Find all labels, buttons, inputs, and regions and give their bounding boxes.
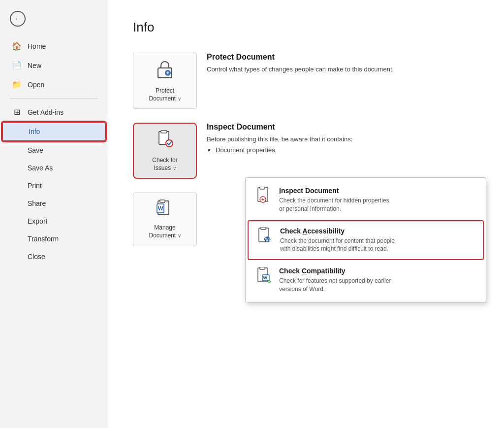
inspect-document-list: Document properties — [216, 146, 479, 154]
protect-document-label: ProtectDocument ∨ — [149, 87, 181, 102]
svg-rect-8 — [160, 200, 165, 202]
sidebar-item-save-label: Save — [28, 146, 43, 154]
svg-text:W: W — [263, 275, 268, 280]
back-arrow-icon: ← — [10, 11, 26, 27]
sidebar-item-open[interactable]: 📁 Open — [2, 75, 106, 94]
dropdown-item-accessibility[interactable]: Check Accessibility Check the document f… — [248, 220, 484, 261]
check-issues-label: Check forIssues ∨ — [152, 157, 177, 172]
sidebar-item-info-label: Info — [29, 128, 40, 135]
inspect-document-description: Before publishing this file, be aware th… — [207, 134, 479, 144]
sidebar-item-home-label: Home — [28, 42, 46, 50]
sidebar-item-open-label: Open — [28, 81, 44, 89]
check-compatibility-icon: W — [255, 267, 273, 285]
addins-icon: ⊞ — [12, 107, 22, 117]
lock-icon — [156, 59, 174, 83]
open-folder-icon: 📁 — [12, 80, 22, 89]
page-title: Info — [133, 20, 479, 35]
manage-document-button[interactable]: W ManageDocument ∨ — [133, 193, 197, 246]
sidebar-item-save[interactable]: Save — [2, 141, 106, 159]
sidebar-item-share[interactable]: Share — [2, 195, 106, 212]
sidebar-item-new-label: New — [28, 62, 41, 69]
check-accessibility-text: Check Accessibility Check the document f… — [280, 227, 395, 254]
manage-document-icon: W — [156, 199, 174, 220]
sidebar-item-print-label: Print — [28, 182, 42, 190]
sidebar-item-print[interactable]: Print — [2, 177, 106, 195]
protect-document-heading: Protect Document — [207, 53, 479, 62]
check-compatibility-text: Check Compatibility Check for features n… — [279, 267, 391, 294]
check-accessibility-dropdown-heading: Check Accessibility — [280, 227, 395, 235]
home-icon: 🏠 — [12, 41, 22, 51]
inspect-document-icon — [255, 187, 273, 204]
svg-text:W: W — [158, 205, 163, 211]
sidebar-item-export[interactable]: Export — [2, 212, 106, 230]
dropdown-menu: Inspect Document Check the document for … — [245, 177, 486, 303]
inspect-document-bullet: Document properties — [216, 146, 479, 154]
inspect-document-heading: Inspect Document — [207, 123, 479, 132]
inspect-document-dropdown-heading: Inspect Document — [279, 187, 389, 195]
check-accessibility-icon — [256, 227, 274, 245]
sidebar-item-close-label: Close — [28, 253, 45, 261]
sidebar-item-info[interactable]: Info — [2, 122, 106, 141]
inspect-document-dropdown-description: Check the document for hidden properties… — [279, 197, 389, 213]
sidebar-item-share-label: Share — [28, 199, 46, 207]
sidebar-item-home[interactable]: 🏠 Home — [2, 36, 106, 56]
protect-document-info: Protect Document Control what types of c… — [207, 53, 479, 74]
sidebar-item-save-as-label: Save As — [28, 164, 53, 172]
sidebar-item-close[interactable]: Close — [2, 248, 106, 265]
check-compatibility-dropdown-description: Check for features not supported by earl… — [279, 277, 391, 294]
manage-document-label: ManageDocument ∨ — [149, 224, 181, 239]
sidebar-item-addins-label: Get Add-ins — [28, 108, 63, 116]
check-for-issues-button[interactable]: Check forIssues ∨ — [133, 123, 197, 179]
check-issues-icon — [155, 130, 175, 153]
svg-rect-17 — [261, 227, 266, 230]
sidebar-item-transform-label: Transform — [28, 235, 59, 243]
svg-rect-12 — [260, 187, 265, 189]
sidebar-item-export-label: Export — [28, 217, 47, 225]
dropdown-item-compatibility[interactable]: W Check Compatibility Check for features… — [248, 261, 484, 299]
new-document-icon: 📄 — [12, 61, 22, 70]
check-accessibility-dropdown-description: Check the document for content that peop… — [280, 237, 395, 254]
sidebar-divider — [10, 98, 98, 99]
protect-document-row: ProtectDocument ∨ Protect Document Contr… — [133, 53, 479, 109]
sidebar-item-new[interactable]: 📄 New — [2, 56, 106, 75]
inspect-document-text: Inspect Document Check the document for … — [279, 187, 389, 213]
svg-rect-21 — [260, 267, 265, 269]
check-issues-row: Check forIssues ∨ Inspect Document Befor… — [133, 123, 479, 179]
info-cards: ProtectDocument ∨ Protect Document Contr… — [133, 53, 479, 179]
sidebar: ← 🏠 Home 📄 New 📁 Open ⊞ Get Add-ins Info… — [0, 0, 108, 428]
sidebar-item-addins[interactable]: ⊞ Get Add-ins — [2, 102, 106, 122]
sidebar-item-save-as[interactable]: Save As — [2, 159, 106, 177]
svg-rect-5 — [161, 131, 167, 133]
inspect-document-info: Inspect Document Before publishing this … — [207, 123, 479, 154]
dropdown-item-inspect[interactable]: Inspect Document Check the document for … — [248, 181, 484, 219]
sidebar-item-transform[interactable]: Transform — [2, 230, 106, 248]
main-content: Info ProtectDocument ∨ Protect Document — [108, 0, 504, 428]
protect-document-button[interactable]: ProtectDocument ∨ — [133, 53, 197, 109]
check-compatibility-dropdown-heading: Check Compatibility — [279, 267, 391, 275]
back-button[interactable]: ← — [0, 5, 108, 33]
protect-document-description: Control what types of changes people can… — [207, 65, 479, 74]
